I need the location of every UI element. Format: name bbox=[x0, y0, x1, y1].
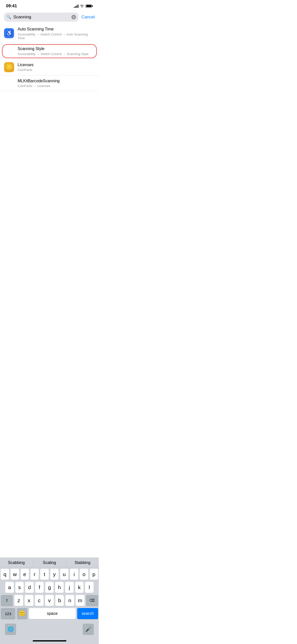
result-text: Licenses CoinFacts bbox=[18, 62, 95, 72]
status-bar: 09:41 bbox=[0, 0, 99, 11]
search-bar: 🔍 Cancel bbox=[0, 11, 99, 24]
result-title: Licenses bbox=[18, 62, 95, 68]
results-list: ♿ Auto Scanning Time Accessibility → Swi… bbox=[0, 24, 99, 91]
result-text: MLKitBarcodeScanning CoinFacts → License… bbox=[18, 78, 95, 88]
wifi-icon bbox=[80, 5, 84, 8]
search-input[interactable] bbox=[13, 15, 69, 20]
result-item-scanning-style[interactable]: Scanning Style Accessibility → Switch Co… bbox=[0, 43, 99, 59]
status-time: 09:41 bbox=[6, 4, 17, 9]
result-title: Auto Scanning Time bbox=[18, 27, 95, 32]
result-text: Auto Scanning Time Accessibility → Switc… bbox=[18, 27, 95, 40]
result-item-licenses[interactable]: 🪙 Licenses CoinFacts bbox=[0, 59, 99, 75]
battery-icon bbox=[86, 5, 93, 8]
result-subtitle: CoinFacts bbox=[18, 68, 95, 72]
cancel-button[interactable]: Cancel bbox=[81, 15, 95, 20]
result-subtitle: CoinFacts → Licenses bbox=[18, 84, 95, 88]
result-subtitle: Accessibility → Switch Control → Scannin… bbox=[18, 52, 95, 56]
search-input-wrapper[interactable]: 🔍 bbox=[4, 13, 78, 22]
result-item-scanning-style-wrapper: Scanning Style Accessibility → Switch Co… bbox=[0, 43, 99, 59]
coinfacts-icon: 🪙 bbox=[4, 62, 14, 72]
result-subtitle: Accessibility → Switch Control → Auto Sc… bbox=[18, 32, 95, 40]
result-item-auto-scanning-time[interactable]: ♿ Auto Scanning Time Accessibility → Swi… bbox=[0, 24, 99, 43]
result-text: Scanning Style Accessibility → Switch Co… bbox=[18, 46, 95, 56]
result-item-mlkit[interactable]: MLKitBarcodeScanning CoinFacts → License… bbox=[0, 75, 99, 91]
accessibility-icon: ♿ bbox=[4, 28, 14, 38]
result-title: Scanning Style bbox=[18, 46, 95, 52]
signal-icon bbox=[74, 4, 78, 8]
clear-button[interactable] bbox=[71, 15, 76, 19]
search-icon: 🔍 bbox=[7, 15, 11, 19]
status-icons bbox=[74, 4, 93, 8]
result-title: MLKitBarcodeScanning bbox=[18, 78, 95, 84]
